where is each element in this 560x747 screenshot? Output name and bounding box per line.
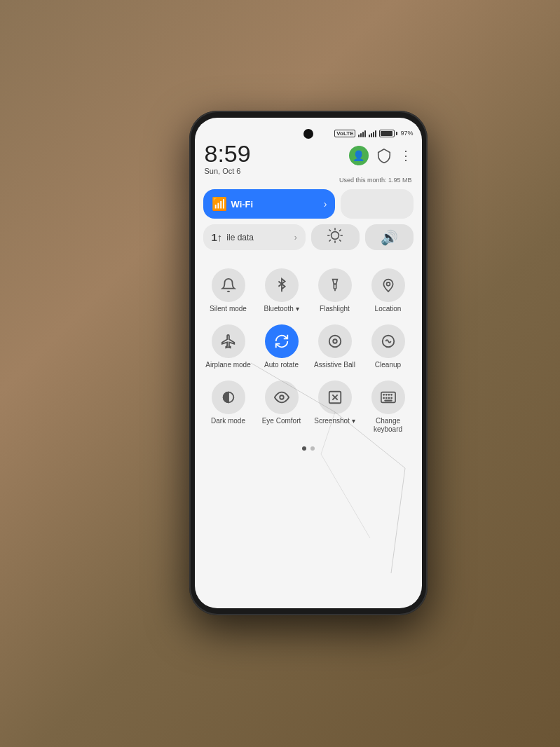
cleanup-label: Cleanup — [375, 361, 401, 369]
auto-rotate-label: Auto rotate — [264, 361, 299, 369]
clock-time: 8:59 — [205, 142, 251, 165]
change-keyboard-icon-circle — [371, 381, 405, 414]
battery-indicator — [379, 130, 397, 137]
flashlight-tile[interactable]: Flashlight — [310, 264, 360, 317]
wifi-arrow-icon: › — [324, 198, 327, 210]
screenshot-label: Screenshot ▾ — [314, 417, 355, 425]
auto-brightness-tile[interactable] — [311, 224, 360, 250]
silent-mode-tile[interactable]: Silent mode — [203, 264, 254, 317]
dark-mode-icon-circle — [212, 381, 245, 414]
mobile-data-icon: 1↑ — [212, 231, 223, 243]
avatar-symbol: 👤 — [353, 150, 364, 161]
airplane-mode-tile[interactable]: Airplane mode — [203, 320, 254, 374]
page-indicator — [195, 446, 422, 451]
screenshot-icon-circle — [318, 381, 352, 414]
flashlight-icon-circle — [318, 268, 352, 302]
dark-mode-label: Dark mode — [211, 417, 245, 425]
clock-date: Sun, Oct 6 — [205, 167, 251, 175]
sound-icon: 🔊 — [381, 229, 398, 246]
change-keyboard-label: Change keyboard — [363, 417, 414, 434]
location-label: Location — [375, 305, 402, 313]
flashlight-label: Flashlight — [320, 305, 350, 313]
change-keyboard-tile[interactable]: Change keyboard — [363, 376, 414, 438]
time-block: 8:59 Sun, Oct 6 — [205, 142, 251, 175]
header-action-icons: 👤 ⋮ — [349, 146, 412, 165]
network-type-label: VoLTE — [334, 130, 355, 137]
avatar-icon[interactable]: 👤 — [349, 146, 369, 165]
camera-hole — [303, 129, 313, 139]
bluetooth-label: Bluetooth ▾ — [264, 305, 299, 313]
silent-mode-icon-circle — [212, 268, 245, 302]
cleanup-icon-circle — [371, 324, 405, 358]
mobile-data-tile[interactable]: 1↑ ile data › — [203, 224, 306, 250]
page-dot-2 — [310, 446, 315, 451]
quick-icons-grid: Silent mode Bluetooth ▾ — [195, 261, 422, 441]
eye-comfort-tile[interactable]: Eye Comfort — [257, 376, 307, 438]
svg-point-13 — [329, 336, 341, 348]
svg-line-6 — [339, 240, 341, 241]
page-dot-1 — [302, 446, 306, 451]
airplane-mode-label: Airplane mode — [205, 361, 250, 369]
brightness-icon — [326, 226, 344, 248]
more-options-icon[interactable]: ⋮ — [399, 148, 412, 163]
dark-mode-tile[interactable]: Dark mode — [203, 376, 254, 438]
cleanup-tile[interactable]: Cleanup — [363, 320, 414, 374]
location-tile[interactable]: Location — [363, 264, 414, 317]
auto-rotate-icon-circle — [265, 324, 299, 358]
mobile-data-label: ile data — [226, 233, 254, 242]
bluetooth-icon-circle — [265, 268, 299, 302]
wifi-label: Wi-Fi — [231, 199, 254, 210]
assistive-ball-label: Assistive Ball — [314, 361, 355, 369]
phone-screen: VoLTE 97% 8 — [195, 118, 422, 608]
auto-rotate-tile[interactable]: Auto rotate — [257, 320, 307, 374]
phone-device: VoLTE 97% 8 — [189, 111, 428, 615]
bluetooth-tile[interactable]: Bluetooth ▾ — [257, 264, 307, 317]
wifi-tile[interactable]: 📶 Wi-Fi › — [203, 189, 336, 219]
svg-line-7 — [339, 230, 341, 231]
signal-bars-1 — [358, 129, 366, 137]
assistive-ball-icon-circle — [318, 324, 352, 358]
eye-comfort-icon-circle — [265, 381, 299, 414]
location-icon-circle — [371, 268, 405, 302]
svg-rect-10 — [334, 284, 336, 289]
data-usage-text: Used this month: 1.95 MB — [195, 177, 422, 184]
empty-tile-1 — [341, 189, 413, 219]
header-row: 8:59 Sun, Oct 6 👤 ⋮ — [195, 139, 422, 175]
mobile-data-arrow-icon: › — [294, 233, 297, 242]
svg-point-17 — [280, 395, 284, 399]
battery-percent: 97% — [400, 130, 413, 137]
sound-tile[interactable]: 🔊 — [365, 224, 414, 250]
svg-line-8 — [329, 240, 331, 241]
svg-point-12 — [386, 282, 390, 286]
signal-bars-2 — [369, 129, 376, 137]
quick-tiles-section: 📶 Wi-Fi › 1↑ ile data › — [195, 184, 422, 261]
tiles-row-2: 1↑ ile data › — [203, 224, 414, 250]
eye-comfort-label: Eye Comfort — [262, 417, 301, 425]
silent-mode-label: Silent mode — [210, 305, 247, 313]
svg-line-5 — [329, 230, 331, 231]
svg-point-0 — [332, 232, 339, 240]
assistive-ball-tile[interactable]: Assistive Ball — [310, 320, 360, 374]
screenshot-tile[interactable]: Screenshot ▾ — [310, 376, 360, 438]
airplane-icon-circle — [212, 324, 245, 358]
wifi-icon: 📶 — [212, 196, 227, 212]
shield-icon[interactable] — [374, 146, 394, 165]
svg-point-14 — [333, 339, 337, 343]
tiles-row-1: 📶 Wi-Fi › — [203, 189, 414, 219]
